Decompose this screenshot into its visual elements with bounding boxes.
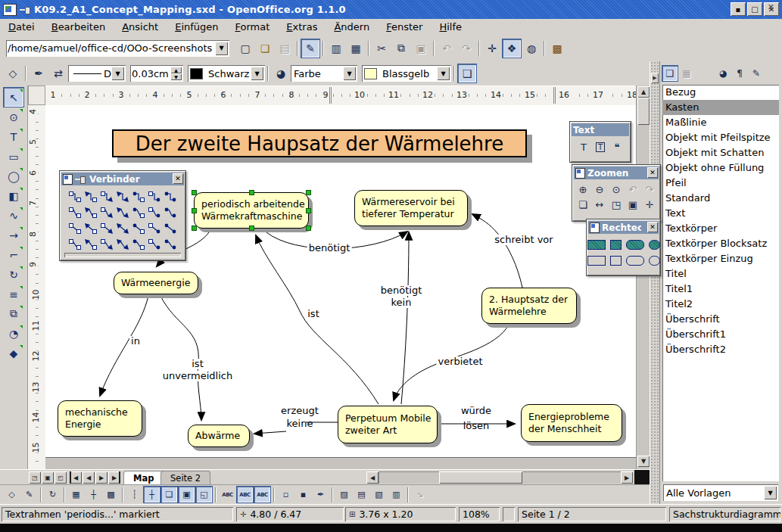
close-icon[interactable]: ✕ (647, 167, 658, 178)
style-item[interactable]: Objekt mit Schatten (662, 145, 779, 160)
grid-to-front-icon[interactable]: ▩ (103, 487, 119, 502)
style-filter-dropdown-icon[interactable]: ▼ (764, 486, 777, 499)
edge-label[interactable]: unvermeidlich (161, 371, 234, 381)
prev-page-button[interactable]: ◀ (83, 471, 95, 484)
filled-rounded-square-icon[interactable] (649, 240, 660, 250)
style-item[interactable]: Maßlinie (662, 115, 779, 130)
hyperlink-icon[interactable]: ◍ (522, 39, 541, 58)
panel-collapse-icon[interactable]: ▶ (651, 73, 659, 83)
zoom-objects-icon[interactable]: ▣ (625, 197, 640, 212)
connector-elbow-dot-square[interactable] (131, 188, 147, 204)
connector-elbow-square-square[interactable] (67, 188, 83, 204)
map-node-hauptsatz[interactable]: 2. Hauptsatz der Wärmelehre (481, 288, 577, 324)
map-title[interactable]: Der zweite Haupsatz der Wärmelehre (112, 129, 527, 157)
3d-objects-tool[interactable]: ◧ (4, 186, 23, 205)
rotate-tool[interactable]: ↻ (4, 265, 23, 284)
snap-to-object-border-icon[interactable]: ▣ (179, 487, 195, 502)
alignment-tool[interactable]: ≡ (4, 285, 23, 303)
fit-text-to-frame-icon[interactable]: T (593, 139, 608, 154)
window-pin-icon[interactable] (20, 7, 30, 13)
connector-straight-arrow-square[interactable] (83, 220, 99, 236)
connector-elbow-dot-dot[interactable] (163, 188, 179, 204)
select-tool[interactable]: ↖ (4, 88, 23, 107)
fill-type-dropdown-icon[interactable]: ▼ (343, 67, 356, 80)
url-dropdown-icon[interactable]: ▼ (215, 42, 228, 55)
lines-arrows-tool[interactable]: → (4, 226, 23, 244)
style-item[interactable]: Textkörper (662, 221, 779, 236)
zoom-in-icon[interactable]: ⊕ (575, 182, 590, 197)
edge-label[interactable]: kein (390, 297, 413, 308)
layer-view-icon[interactable]: ◳ (29, 471, 41, 484)
pan-icon[interactable]: ✛ (642, 197, 657, 212)
picture-placeholder-icon[interactable]: ▨ (336, 487, 352, 502)
connector-elbow2-arrow-arrow[interactable] (115, 204, 131, 220)
connector-curve-dot-square[interactable] (131, 236, 147, 252)
connector-curve-arrow-square[interactable] (83, 236, 99, 252)
edit-file-icon[interactable]: ✎ (301, 39, 319, 58)
url-input[interactable] (6, 42, 215, 54)
snap-to-margins-icon[interactable]: ❏ (161, 487, 177, 502)
menu-item-ansicht[interactable]: Ansicht (114, 20, 167, 34)
connector-elbow2-dot-square[interactable] (131, 204, 147, 220)
insert-tool[interactable]: ◔ (4, 324, 23, 343)
style-item[interactable]: Überschrift (662, 312, 779, 327)
filled-rectangle-icon[interactable] (587, 240, 606, 250)
vertical-scrollbar[interactable]: ▲ ▼ (636, 86, 650, 469)
menu-item-hilfe[interactable]: Hilfe (431, 20, 470, 34)
rectangle-tool[interactable]: ▭ (4, 147, 23, 166)
menu-item-bearbeiten[interactable]: Bearbeiten (43, 20, 114, 34)
style-item[interactable]: Objekt ohne Füllung (662, 160, 779, 176)
callout-icon[interactable]: ❝ (609, 139, 625, 154)
page-tab-seite-2[interactable]: Seite 2 (160, 471, 210, 485)
line-dialog-icon[interactable]: ✒ (30, 64, 48, 82)
selection-handle[interactable] (306, 208, 311, 213)
selection-handle[interactable] (306, 226, 311, 231)
zoom-palette-titlebar[interactable]: Zoomen ✕ (574, 166, 659, 179)
connector-straight-square-square[interactable] (67, 220, 83, 236)
style-item[interactable]: Textkörper Blocksatz (662, 236, 779, 251)
close-icon[interactable]: ✕ (647, 222, 658, 232)
glue-points-icon[interactable]: ✎ (21, 487, 37, 502)
simple-handles-icon[interactable]: ▫ (278, 487, 294, 502)
double-click-to-edit-text-icon[interactable]: ABC (254, 487, 270, 502)
fill-color-select[interactable]: Blassgelb ▼ (362, 65, 451, 82)
style-item[interactable]: Kasten (662, 100, 779, 115)
edge-label[interactable]: benötigt (307, 243, 352, 254)
style-item[interactable]: Pfeil (662, 176, 779, 191)
fill-dialog-icon[interactable]: ◕ (272, 64, 290, 82)
hscroll-left-icon[interactable]: ◀ (366, 471, 379, 484)
scroll-up-icon[interactable]: ▲ (637, 86, 650, 98)
shadow-toggle-icon[interactable]: ❑ (458, 64, 476, 82)
edit-points-icon[interactable]: ◇ (4, 487, 20, 502)
last-page-button[interactable]: ▶ (108, 471, 120, 484)
large-handles-icon[interactable]: ▪ (295, 487, 311, 502)
create-with-attributes-icon[interactable]: ✒ (313, 487, 329, 502)
map-node-energieprobleme[interactable]: Energieprobleme der Menschheit (521, 404, 622, 442)
text-palette-titlebar[interactable]: Text (572, 123, 629, 136)
scroll-down-icon[interactable]: ▼ (637, 456, 650, 467)
zoom-page-width-icon[interactable]: ↔ (592, 197, 607, 212)
connector-elbow-square-dot[interactable] (147, 188, 163, 204)
connector-curve-square-dot[interactable] (147, 236, 163, 252)
edge-label[interactable]: ist (190, 359, 204, 369)
close-icon[interactable]: ✕ (173, 173, 183, 184)
style-item[interactable]: Titel (662, 266, 779, 282)
edge-label[interactable]: lösen (463, 421, 490, 431)
layer-mode-icon[interactable]: ◰ (55, 471, 67, 484)
update-style-icon[interactable]: ✎ (749, 66, 764, 81)
line-width-field[interactable]: ▲▼ (130, 65, 183, 82)
selection-handle[interactable] (192, 226, 197, 231)
connector-straight-dot-square[interactable] (131, 220, 147, 236)
style-item[interactable]: Bezug (662, 85, 779, 100)
connector-elbow-square-arrow[interactable] (99, 188, 115, 204)
style-item[interactable]: Titel2 (662, 297, 779, 312)
zoom-out-icon[interactable]: ⊖ (592, 182, 607, 197)
style-item[interactable]: Objekt mit Pfeilspitze (662, 130, 779, 145)
new-style-from-selection-icon[interactable]: ¶ (732, 66, 747, 81)
fill-type-select[interactable]: Farbe ▼ (291, 65, 357, 82)
ellipse-tool[interactable]: ◯ (4, 166, 23, 185)
style-item[interactable]: Titel1 (662, 282, 779, 297)
map-node-perpetuum-mobile[interactable]: Perpetuum Mobile zweiter Art (338, 406, 438, 443)
connector-palette-titlebar[interactable]: Verbinder ✕ (61, 173, 184, 185)
filled-square-icon[interactable] (610, 240, 622, 250)
